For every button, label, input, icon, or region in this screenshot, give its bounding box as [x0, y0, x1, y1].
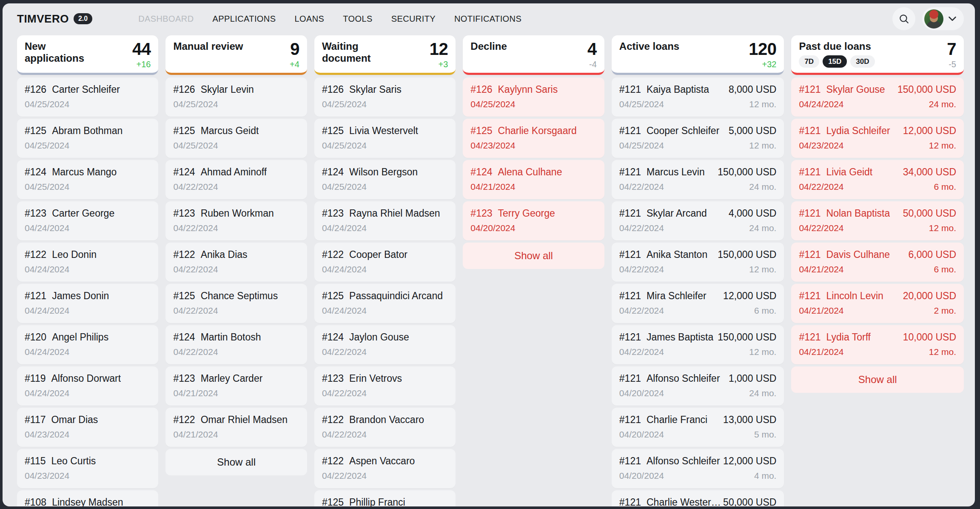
list-item[interactable]: #121Mira Schleifer 12,000 USD 04/22/2024… — [612, 284, 784, 323]
column-header-left: Past due loans 7D15D30D — [799, 40, 875, 69]
list-item[interactable]: #121Marcus Levin 150,000 USD 04/22/2024 … — [612, 160, 784, 199]
nav-item-dashboard[interactable]: DASHBOARD — [138, 14, 194, 24]
item-id-name: #124Marcus Mango — [25, 166, 117, 178]
nav-item-notifications[interactable]: NOTIFICATIONS — [454, 14, 521, 24]
list-item[interactable]: #126Kaylynn Saris 04/25/2024 — [463, 77, 604, 117]
list-item[interactable]: #125Phillip Franci 04/22/2024 — [314, 490, 456, 506]
list-item[interactable]: #121Anika Stanton 150,000 USD 04/22/2024… — [612, 243, 784, 282]
list-item[interactable]: #123Ruben Workman 04/22/2024 — [165, 201, 307, 240]
show-all-button[interactable]: Show all — [165, 449, 307, 475]
item-date: 04/25/2024 — [25, 140, 69, 151]
item-id-name: #121Lydia Torff — [799, 332, 871, 343]
item-date: 04/22/2024 — [173, 347, 218, 357]
item-name: Leo Curtis — [51, 455, 96, 466]
item-name: Livia Westervelt — [349, 125, 418, 136]
list-item[interactable]: #124Marcus Mango 04/25/2024 — [17, 160, 158, 199]
column-header-left: Manual review — [173, 40, 243, 69]
list-item[interactable]: #120Angel Philips 04/24/2024 — [17, 325, 158, 364]
list-item[interactable]: #121Lydia Torff 10,000 USD 04/21/2024 12… — [791, 325, 964, 364]
list-item[interactable]: #108Lindsey Madsen 04/22/2024 — [17, 490, 158, 506]
list-item[interactable]: #121Livia Geidt 34,000 USD 04/22/2024 6 … — [791, 160, 964, 199]
list-item[interactable]: #124Alena Culhane 04/21/2024 — [463, 160, 604, 199]
list-item[interactable]: #122Cooper Bator 04/24/2024 — [314, 243, 456, 282]
nav-item-tools[interactable]: TOOLS — [343, 14, 372, 24]
item-name: Livia Geidt — [826, 166, 873, 177]
list-item[interactable]: #121Kaiya Baptista 8,000 USD 04/25/2024 … — [612, 77, 784, 117]
range-pill-30d[interactable]: 30D — [850, 55, 875, 68]
list-item[interactable]: #125Abram Bothman 04/25/2024 — [17, 119, 158, 158]
list-item[interactable]: #123Erin Vetrovs 04/22/2024 — [314, 366, 456, 406]
item-amount: 13,000 USD — [723, 414, 776, 426]
nav-item-security[interactable]: SECURITY — [391, 14, 436, 24]
list-item[interactable]: #121Lydia Schleifer 12,000 USD 04/23/202… — [791, 119, 964, 158]
item-id: #121 — [799, 290, 820, 301]
list-item[interactable]: #124Wilson Bergson 04/25/2024 — [314, 160, 456, 199]
search-button[interactable] — [892, 7, 915, 30]
list-item[interactable]: #121Nolan Baptista 50,000 USD 04/22/2024… — [791, 201, 964, 240]
item-main-row: #120Angel Philips — [25, 332, 151, 343]
list-item[interactable]: #123Marley Carder 04/21/2024 — [165, 366, 307, 406]
item-sub-row: 04/24/2024 24 mo. — [799, 99, 956, 109]
item-sub-row: 04/25/2024 — [25, 140, 151, 151]
item-name: Skylar Levin — [201, 84, 254, 95]
column-header-card: Decline 4 -4 — [463, 35, 604, 75]
item-sub-row: 04/25/2024 — [322, 182, 448, 192]
item-name: Passaquindici Arcand — [349, 290, 443, 301]
item-id: #121 — [619, 166, 641, 177]
list-item[interactable]: #121Charlie Franci 13,000 USD 04/20/2024… — [612, 408, 784, 447]
list-item[interactable]: #123Rayna Rhiel Madsen 04/24/2024 — [314, 201, 456, 240]
list-item[interactable]: #124Ahmad Aminoff 04/22/2024 — [165, 160, 307, 199]
column-manual-review: Manual review 9 +4 #126Skylar Levin 04/2… — [165, 35, 307, 475]
list-item[interactable]: #121Cooper Schleifer 5,000 USD 04/25/202… — [612, 119, 784, 158]
list-item[interactable]: #125Chance Septimus 04/22/2024 — [165, 284, 307, 323]
list-item[interactable]: #122Aspen Vaccaro 04/22/2024 — [314, 449, 456, 488]
item-main-row: #121Lincoln Levin 20,000 USD — [799, 290, 956, 302]
item-date: 04/22/2024 — [322, 388, 367, 398]
show-all-button[interactable]: Show all — [791, 366, 964, 393]
show-all-button[interactable]: Show all — [463, 243, 604, 269]
list-item[interactable]: #125Charlie Korsgaard 04/23/2024 — [463, 119, 604, 158]
column-count: 44 — [132, 40, 151, 57]
column-title: Active loans — [619, 40, 679, 52]
list-item[interactable]: #122Brandon Vaccaro 04/22/2024 — [314, 408, 456, 447]
list-item[interactable]: #124Jaylon Gouse 04/22/2024 — [314, 325, 456, 364]
list-item[interactable]: #126Skylar Levin 04/25/2024 — [165, 77, 307, 117]
list-item[interactable]: #121James Baptista 150,000 USD 04/22/202… — [612, 325, 784, 364]
item-date: 04/21/2024 — [173, 388, 218, 398]
range-filter: 7D15D30D — [799, 55, 875, 68]
list-item[interactable]: #122Anika Dias 04/22/2024 — [165, 243, 307, 282]
list-item[interactable]: #115Leo Curtis 04/23/2024 — [17, 449, 158, 488]
list-item[interactable]: #121Skylar Arcand 4,000 USD 04/22/2024 2… — [612, 201, 784, 240]
item-term: 24 mo. — [749, 223, 776, 233]
list-item[interactable]: #125Marcus Geidt 04/25/2024 — [165, 119, 307, 158]
nav-item-applications[interactable]: APPLICATIONS — [213, 14, 276, 24]
list-item[interactable]: #123Carter George 04/24/2024 — [17, 201, 158, 240]
user-menu-button[interactable] — [922, 7, 964, 30]
item-date: 04/24/2024 — [799, 99, 843, 109]
list-item[interactable]: #121Skylar Gouse 150,000 USD 04/24/2024 … — [791, 77, 964, 117]
list-item[interactable]: #125Livia Westervelt 04/25/2024 — [314, 119, 456, 158]
range-pill-15d[interactable]: 15D — [823, 55, 847, 68]
list-item[interactable]: #121Alfonso Schleifer 12,000 USD 04/20/2… — [612, 449, 784, 488]
list-item[interactable]: #123Terry George 04/20/2024 — [463, 201, 604, 240]
list-item[interactable]: #122Leo Donin 04/24/2024 — [17, 243, 158, 282]
list-item[interactable]: #119Alfonso Dorwart 04/24/2024 — [17, 366, 158, 406]
list-item[interactable]: #121Davis Culhane 6,000 USD 04/21/2024 6… — [791, 243, 964, 282]
list-item[interactable]: #126Carter Schleifer 04/25/2024 — [17, 77, 158, 117]
range-pill-7d[interactable]: 7D — [799, 55, 819, 68]
item-term: 6 mo. — [934, 182, 956, 192]
list-item[interactable]: #125Passaquindici Arcand 04/24/2024 — [314, 284, 456, 323]
list-item[interactable]: #121Alfonso Schleifer 1,000 USD 04/20/20… — [612, 366, 784, 406]
list-item[interactable]: #121James Donin 04/24/2024 — [17, 284, 158, 323]
list-item[interactable]: #117Omar Dias 04/23/2024 — [17, 408, 158, 447]
list-item[interactable]: #121Charlie Westervelt 50,000 USD 04/20/… — [612, 490, 784, 506]
list-item[interactable]: #126Skylar Saris 04/25/2024 — [314, 77, 456, 117]
nav-item-loans[interactable]: LOANS — [294, 14, 324, 24]
brand: TIMVERO 2.0 — [17, 12, 92, 26]
list-item[interactable]: #121Lincoln Levin 20,000 USD 04/21/2024 … — [791, 284, 964, 323]
list-item[interactable]: #124Martin Botosh 04/22/2024 — [165, 325, 307, 364]
list-item[interactable]: #122Omar Rhiel Madsen 04/21/2024 — [165, 408, 307, 447]
item-sub-row: 04/24/2024 — [322, 223, 448, 233]
item-date: 04/22/2024 — [322, 471, 367, 481]
item-name: Lindsey Madsen — [52, 497, 123, 506]
